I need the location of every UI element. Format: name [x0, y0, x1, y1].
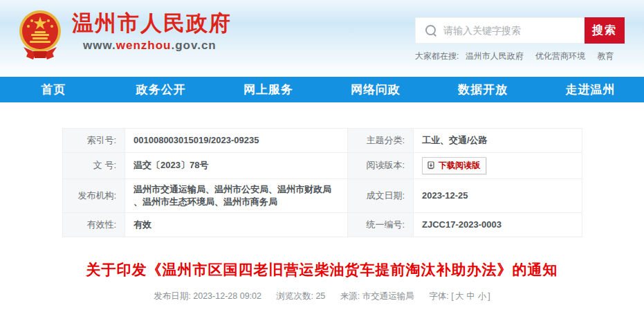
main-nav: 首页 政务公开 网上服务 网络问政 数据开放 走进温州: [0, 77, 644, 102]
search-input[interactable]: [443, 25, 585, 36]
download-icon: [427, 161, 435, 169]
font-size-switcher: 字体: [大中小]: [429, 291, 490, 301]
publisher-value: 温州市交通运输局、温州市公安局、温州市财政局 、温州市生态环境局、温州市商务局: [125, 178, 348, 212]
download-reading-version-button[interactable]: 下载阅读版: [422, 157, 486, 174]
font-size-small[interactable]: 小: [478, 291, 487, 301]
url-suffix: .gov.cn: [171, 39, 216, 52]
nav-item-open-data[interactable]: 数据开放: [430, 77, 537, 102]
doc-info-table: 索引号: 001008003015019/2023-09235 主题分类: 工业…: [62, 128, 582, 237]
validity-value: 有效: [125, 213, 348, 237]
hot-search-link-education[interactable]: 教育: [597, 51, 614, 61]
reading-version-label: 阅读版本:: [348, 153, 414, 179]
nav-item-online-politics[interactable]: 网络问政: [322, 77, 430, 102]
doc-number-label: 文 号:: [63, 153, 125, 179]
logo-block[interactable]: 温州市人民政府 www.wenzhou.gov.cn: [18, 8, 232, 61]
hot-search-row: 大家都在搜: 温州市人民政府 优化营商环境 教育: [415, 51, 623, 62]
hot-search-label: 大家都在搜:: [415, 51, 459, 61]
download-button-label: 下载阅读版: [439, 160, 480, 172]
font-size-large[interactable]: 大: [455, 291, 464, 301]
publish-date-value: 2023-12-28 09:02: [193, 291, 261, 301]
nav-item-about-wenzhou[interactable]: 走进温州: [537, 77, 644, 102]
font-size-label: 字体:: [429, 291, 448, 301]
view-count-value: 25: [315, 291, 325, 301]
hot-search-link-business-env[interactable]: 优化营商环境: [535, 51, 585, 61]
site-name: 温州市人民政府: [72, 11, 232, 36]
topic-category-label: 主题分类:: [348, 129, 414, 153]
url-prefix: www.: [83, 39, 116, 52]
source-label: 来源:: [340, 291, 360, 301]
view-count: 浏览次数: 25: [276, 291, 325, 301]
article-meta-row: 发布日期: 2023-12-28 09:02 浏览次数: 25 来源: 市交通运…: [0, 291, 644, 302]
article-title: 关于印发《温州市区国四老旧营运柴油货车提前淘汰补助办法》的通知: [0, 260, 644, 279]
reading-version-cell: 下载阅读版: [414, 153, 582, 179]
nav-item-gov-affairs[interactable]: 政务公开: [107, 77, 214, 102]
search-bar: 搜索: [415, 17, 625, 44]
table-row: 索引号: 001008003015019/2023-09235 主题分类: 工业…: [63, 129, 582, 153]
doc-number-value: 温交〔2023〕78号: [125, 153, 348, 179]
bracket-close: ]: [488, 291, 490, 301]
search-button[interactable]: 搜索: [585, 17, 625, 44]
search-icon: [425, 25, 436, 36]
source-value: 市交通运输局: [362, 291, 414, 301]
publish-date: 发布日期: 2023-12-28 09:02: [154, 291, 261, 301]
url-highlight: wenzhou: [116, 39, 172, 52]
doc-info-table-wrap: 索引号: 001008003015019/2023-09235 主题分类: 工业…: [62, 128, 582, 237]
table-row: 文 号: 温交〔2023〕78号 阅读版本: 下载阅读版: [63, 153, 582, 179]
publisher-label: 发布机构:: [63, 178, 125, 212]
nav-item-online-services[interactable]: 网上服务: [214, 77, 322, 102]
source: 来源: 市交通运输局: [340, 291, 414, 301]
table-row: 发布机构: 温州市交通运输局、温州市公安局、温州市财政局 、温州市生态环境局、温…: [63, 178, 582, 212]
index-number-label: 索引号:: [63, 129, 125, 153]
validity-label: 有效性:: [63, 213, 125, 237]
table-row: 有效性: 有效 统一编号: ZJCC17-2023-0003: [63, 213, 582, 237]
issue-date-label: 成文日期:: [348, 178, 414, 212]
issue-date-value: 2023-12-25: [414, 178, 582, 212]
index-number-value: 001008003015019/2023-09235: [125, 129, 348, 153]
unified-number-label: 统一编号:: [348, 213, 414, 237]
site-identity: 温州市人民政府 www.wenzhou.gov.cn: [72, 8, 232, 53]
hot-search-link-wenzhou-gov[interactable]: 温州市人民政府: [466, 51, 524, 61]
topic-category-value: 工业、交通/公路: [414, 129, 582, 153]
national-emblem-logo: [18, 8, 62, 61]
view-count-label: 浏览次数:: [276, 291, 313, 301]
search-box[interactable]: [415, 17, 585, 44]
publish-date-label: 发布日期:: [154, 291, 190, 301]
site-url: www.wenzhou.gov.cn: [72, 39, 232, 53]
unified-number-value: ZJCC17-2023-0003: [414, 213, 582, 237]
bracket-open: [: [451, 291, 453, 301]
font-size-medium[interactable]: 中: [466, 291, 475, 301]
nav-item-home[interactable]: 首页: [0, 77, 107, 102]
site-header: 温州市人民政府 www.wenzhou.gov.cn 搜索 大家都在搜: 温州市…: [0, 0, 644, 77]
